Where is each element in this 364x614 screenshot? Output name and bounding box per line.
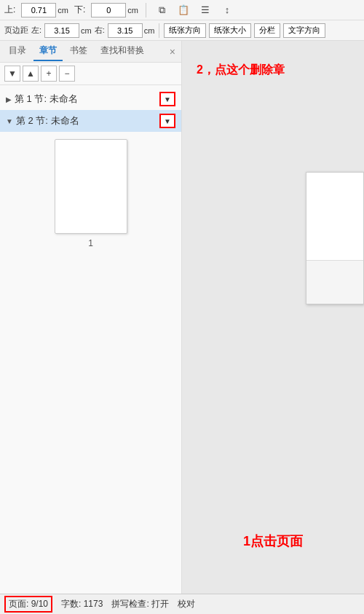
- panel-toolbar: ▼ ▲ + −: [0, 63, 181, 85]
- left-unit: cm: [81, 26, 92, 35]
- chapter-item-2[interactable]: ▼ 第 2 节: 未命名 ▼: [0, 110, 181, 132]
- columns-btn[interactable]: 分栏: [254, 23, 280, 38]
- top-input-group: cm: [21, 3, 68, 17]
- annotation-text: 2，点这个删除章: [197, 63, 285, 78]
- right-unit: cm: [144, 26, 155, 35]
- chapter-item-1[interactable]: ▶ 第 1 节: 未命名 ▼: [0, 88, 181, 110]
- status-proofread: 校对: [178, 598, 195, 610]
- chapter2-dropdown-btn[interactable]: ▼: [159, 114, 175, 128]
- left-panel: 目录 章节 书签 查找和替换 × ▼ ▲ + − ▶ 第 1 节: 未命名 ▼ …: [0, 41, 182, 594]
- right-page-bottom: [306, 260, 363, 304]
- margin-label: 页边距: [4, 25, 28, 36]
- tab-close-btn[interactable]: ×: [167, 46, 178, 58]
- paper-size-btn[interactable]: 纸张大小: [209, 23, 251, 38]
- bottom-value-input[interactable]: [91, 3, 126, 17]
- paper-direction-btn[interactable]: 纸张方向: [164, 23, 206, 38]
- right-page-top: [306, 173, 363, 260]
- divider1: [146, 3, 146, 17]
- left-value-input[interactable]: [44, 23, 79, 38]
- bottom-unit: cm: [127, 6, 138, 15]
- chapter2-arrow: ▼: [6, 117, 13, 125]
- bottom-label: 下:: [74, 4, 85, 16]
- page-number: 1: [88, 238, 93, 248]
- chapter1-dropdown-btn[interactable]: ▼: [159, 92, 175, 106]
- tab-chapter[interactable]: 章节: [33, 42, 63, 61]
- chapter2-label: 第 2 节: 未命名: [16, 114, 159, 127]
- right-page-preview: [306, 172, 364, 304]
- copy-btn[interactable]: ⧉: [154, 2, 170, 18]
- add-chapter-btn[interactable]: +: [41, 66, 57, 82]
- toolbar-row2: 页边距 左: cm 右: cm 纸张方向 纸张大小 分栏 文字方向: [0, 20, 364, 41]
- text-direction-btn[interactable]: 文字方向: [283, 23, 325, 38]
- page-thumbnail-area: 1: [0, 132, 181, 256]
- tab-find-replace[interactable]: 查找和替换: [95, 42, 150, 61]
- top-unit: cm: [58, 6, 68, 15]
- left-label: 左:: [31, 25, 41, 36]
- chapter1-label: 第 1 节: 未命名: [15, 93, 159, 106]
- right-label: 右:: [95, 25, 105, 36]
- right-area[interactable]: 2，点这个删除章 1点击页面: [182, 41, 364, 594]
- page-thumbnail[interactable]: [55, 139, 127, 234]
- top-label: 上:: [4, 4, 15, 16]
- chapter-list: ▶ 第 1 节: 未命名 ▼ ▼ 第 2 节: 未命名 ▼ 1: [0, 85, 181, 594]
- align-btn[interactable]: ☰: [197, 2, 213, 18]
- chapter1-arrow: ▶: [6, 95, 12, 103]
- status-word-count: 字数: 1173: [61, 598, 103, 610]
- tab-toc[interactable]: 目录: [3, 42, 32, 61]
- click-instruction: 1点击页面: [243, 532, 303, 550]
- sort-btn[interactable]: ↕: [219, 2, 235, 18]
- left-input-group: cm: [44, 23, 92, 38]
- remove-chapter-btn[interactable]: −: [59, 66, 75, 82]
- toolbar-row1: 上: cm 下: cm ⧉ 📋 ☰ ↕: [0, 0, 364, 20]
- paste-btn[interactable]: 📋: [175, 2, 191, 18]
- top-value-input[interactable]: [21, 3, 56, 17]
- status-bar: 页面: 9/10 字数: 1173 拼写检查: 打开 校对: [0, 594, 364, 614]
- right-input-group: cm: [108, 23, 155, 38]
- move-up-btn[interactable]: ▲: [23, 66, 39, 82]
- tabs-row: 目录 章节 书签 查找和替换 ×: [0, 41, 181, 63]
- status-spell-check: 拼写检查: 打开: [111, 598, 169, 610]
- divider2: [159, 23, 159, 38]
- right-value-input[interactable]: [108, 23, 143, 38]
- move-down-btn[interactable]: ▼: [4, 66, 20, 82]
- status-pages[interactable]: 页面: 9/10: [4, 596, 52, 613]
- main-area: 目录 章节 书签 查找和替换 × ▼ ▲ + − ▶ 第 1 节: 未命名 ▼ …: [0, 41, 364, 594]
- tab-bookmark[interactable]: 书签: [64, 42, 93, 61]
- bottom-input-group: cm: [91, 3, 138, 17]
